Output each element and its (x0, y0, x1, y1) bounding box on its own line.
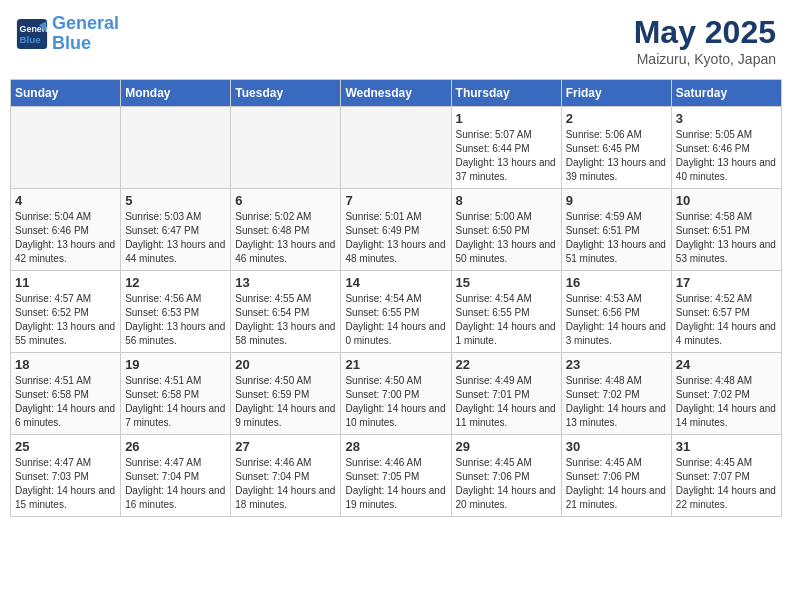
week-row-3: 11Sunrise: 4:57 AMSunset: 6:52 PMDayligh… (11, 271, 782, 353)
day-cell-16: 16Sunrise: 4:53 AMSunset: 6:56 PMDayligh… (561, 271, 671, 353)
weekday-saturday: Saturday (671, 80, 781, 107)
logo-text: GeneralBlue (52, 14, 119, 54)
day-number: 1 (456, 111, 557, 126)
day-info: Sunrise: 4:45 AMSunset: 7:06 PMDaylight:… (456, 456, 557, 512)
day-info: Sunrise: 4:57 AMSunset: 6:52 PMDaylight:… (15, 292, 116, 348)
day-number: 17 (676, 275, 777, 290)
day-info: Sunrise: 4:52 AMSunset: 6:57 PMDaylight:… (676, 292, 777, 348)
day-number: 25 (15, 439, 116, 454)
empty-cell (11, 107, 121, 189)
day-number: 11 (15, 275, 116, 290)
day-cell-10: 10Sunrise: 4:58 AMSunset: 6:51 PMDayligh… (671, 189, 781, 271)
day-number: 12 (125, 275, 226, 290)
day-cell-7: 7Sunrise: 5:01 AMSunset: 6:49 PMDaylight… (341, 189, 451, 271)
logo-icon: General Blue (16, 18, 48, 50)
day-number: 3 (676, 111, 777, 126)
week-row-5: 25Sunrise: 4:47 AMSunset: 7:03 PMDayligh… (11, 435, 782, 517)
day-number: 10 (676, 193, 777, 208)
day-number: 9 (566, 193, 667, 208)
day-number: 14 (345, 275, 446, 290)
day-number: 6 (235, 193, 336, 208)
day-info: Sunrise: 4:54 AMSunset: 6:55 PMDaylight:… (345, 292, 446, 348)
day-info: Sunrise: 4:47 AMSunset: 7:04 PMDaylight:… (125, 456, 226, 512)
weekday-monday: Monday (121, 80, 231, 107)
weekday-header: SundayMondayTuesdayWednesdayThursdayFrid… (11, 80, 782, 107)
day-cell-25: 25Sunrise: 4:47 AMSunset: 7:03 PMDayligh… (11, 435, 121, 517)
empty-cell (121, 107, 231, 189)
day-number: 31 (676, 439, 777, 454)
weekday-wednesday: Wednesday (341, 80, 451, 107)
day-cell-3: 3Sunrise: 5:05 AMSunset: 6:46 PMDaylight… (671, 107, 781, 189)
day-info: Sunrise: 4:51 AMSunset: 6:58 PMDaylight:… (125, 374, 226, 430)
day-cell-23: 23Sunrise: 4:48 AMSunset: 7:02 PMDayligh… (561, 353, 671, 435)
week-row-4: 18Sunrise: 4:51 AMSunset: 6:58 PMDayligh… (11, 353, 782, 435)
day-info: Sunrise: 4:53 AMSunset: 6:56 PMDaylight:… (566, 292, 667, 348)
day-info: Sunrise: 4:51 AMSunset: 6:58 PMDaylight:… (15, 374, 116, 430)
day-number: 22 (456, 357, 557, 372)
day-info: Sunrise: 4:59 AMSunset: 6:51 PMDaylight:… (566, 210, 667, 266)
day-number: 21 (345, 357, 446, 372)
logo: General Blue GeneralBlue (16, 14, 119, 54)
day-cell-8: 8Sunrise: 5:00 AMSunset: 6:50 PMDaylight… (451, 189, 561, 271)
day-info: Sunrise: 5:06 AMSunset: 6:45 PMDaylight:… (566, 128, 667, 184)
day-cell-30: 30Sunrise: 4:45 AMSunset: 7:06 PMDayligh… (561, 435, 671, 517)
day-info: Sunrise: 5:01 AMSunset: 6:49 PMDaylight:… (345, 210, 446, 266)
day-number: 7 (345, 193, 446, 208)
day-cell-29: 29Sunrise: 4:45 AMSunset: 7:06 PMDayligh… (451, 435, 561, 517)
day-info: Sunrise: 4:54 AMSunset: 6:55 PMDaylight:… (456, 292, 557, 348)
day-cell-11: 11Sunrise: 4:57 AMSunset: 6:52 PMDayligh… (11, 271, 121, 353)
day-info: Sunrise: 4:49 AMSunset: 7:01 PMDaylight:… (456, 374, 557, 430)
day-info: Sunrise: 4:45 AMSunset: 7:07 PMDaylight:… (676, 456, 777, 512)
day-cell-20: 20Sunrise: 4:50 AMSunset: 6:59 PMDayligh… (231, 353, 341, 435)
day-cell-13: 13Sunrise: 4:55 AMSunset: 6:54 PMDayligh… (231, 271, 341, 353)
day-cell-22: 22Sunrise: 4:49 AMSunset: 7:01 PMDayligh… (451, 353, 561, 435)
day-number: 30 (566, 439, 667, 454)
day-number: 24 (676, 357, 777, 372)
weekday-tuesday: Tuesday (231, 80, 341, 107)
day-number: 18 (15, 357, 116, 372)
day-cell-14: 14Sunrise: 4:54 AMSunset: 6:55 PMDayligh… (341, 271, 451, 353)
header: General Blue GeneralBlue May 2025 Maizur… (10, 10, 782, 71)
location: Maizuru, Kyoto, Japan (634, 51, 776, 67)
day-info: Sunrise: 4:48 AMSunset: 7:02 PMDaylight:… (676, 374, 777, 430)
day-info: Sunrise: 4:46 AMSunset: 7:05 PMDaylight:… (345, 456, 446, 512)
day-number: 29 (456, 439, 557, 454)
day-cell-1: 1Sunrise: 5:07 AMSunset: 6:44 PMDaylight… (451, 107, 561, 189)
day-cell-28: 28Sunrise: 4:46 AMSunset: 7:05 PMDayligh… (341, 435, 451, 517)
empty-cell (231, 107, 341, 189)
day-number: 4 (15, 193, 116, 208)
day-info: Sunrise: 5:03 AMSunset: 6:47 PMDaylight:… (125, 210, 226, 266)
day-info: Sunrise: 4:47 AMSunset: 7:03 PMDaylight:… (15, 456, 116, 512)
day-cell-9: 9Sunrise: 4:59 AMSunset: 6:51 PMDaylight… (561, 189, 671, 271)
day-cell-26: 26Sunrise: 4:47 AMSunset: 7:04 PMDayligh… (121, 435, 231, 517)
day-number: 13 (235, 275, 336, 290)
day-number: 5 (125, 193, 226, 208)
day-cell-2: 2Sunrise: 5:06 AMSunset: 6:45 PMDaylight… (561, 107, 671, 189)
day-info: Sunrise: 5:07 AMSunset: 6:44 PMDaylight:… (456, 128, 557, 184)
month-title: May 2025 (634, 14, 776, 51)
day-cell-31: 31Sunrise: 4:45 AMSunset: 7:07 PMDayligh… (671, 435, 781, 517)
day-info: Sunrise: 5:00 AMSunset: 6:50 PMDaylight:… (456, 210, 557, 266)
weekday-friday: Friday (561, 80, 671, 107)
day-number: 15 (456, 275, 557, 290)
day-info: Sunrise: 4:48 AMSunset: 7:02 PMDaylight:… (566, 374, 667, 430)
day-cell-6: 6Sunrise: 5:02 AMSunset: 6:48 PMDaylight… (231, 189, 341, 271)
day-cell-19: 19Sunrise: 4:51 AMSunset: 6:58 PMDayligh… (121, 353, 231, 435)
day-cell-21: 21Sunrise: 4:50 AMSunset: 7:00 PMDayligh… (341, 353, 451, 435)
day-info: Sunrise: 4:50 AMSunset: 7:00 PMDaylight:… (345, 374, 446, 430)
day-info: Sunrise: 4:58 AMSunset: 6:51 PMDaylight:… (676, 210, 777, 266)
day-info: Sunrise: 5:02 AMSunset: 6:48 PMDaylight:… (235, 210, 336, 266)
day-info: Sunrise: 5:04 AMSunset: 6:46 PMDaylight:… (15, 210, 116, 266)
svg-text:Blue: Blue (20, 34, 42, 45)
day-cell-15: 15Sunrise: 4:54 AMSunset: 6:55 PMDayligh… (451, 271, 561, 353)
calendar-body: 1Sunrise: 5:07 AMSunset: 6:44 PMDaylight… (11, 107, 782, 517)
weekday-thursday: Thursday (451, 80, 561, 107)
day-cell-27: 27Sunrise: 4:46 AMSunset: 7:04 PMDayligh… (231, 435, 341, 517)
weekday-sunday: Sunday (11, 80, 121, 107)
day-info: Sunrise: 4:50 AMSunset: 6:59 PMDaylight:… (235, 374, 336, 430)
calendar: SundayMondayTuesdayWednesdayThursdayFrid… (10, 79, 782, 517)
day-cell-24: 24Sunrise: 4:48 AMSunset: 7:02 PMDayligh… (671, 353, 781, 435)
day-number: 8 (456, 193, 557, 208)
day-number: 23 (566, 357, 667, 372)
day-cell-4: 4Sunrise: 5:04 AMSunset: 6:46 PMDaylight… (11, 189, 121, 271)
